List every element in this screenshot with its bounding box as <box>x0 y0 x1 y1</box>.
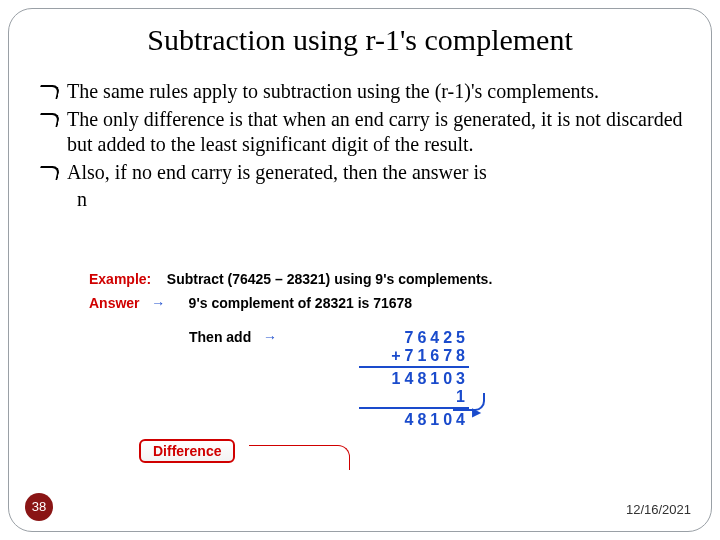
difference-connector <box>249 445 350 470</box>
complement-text: 9's complement of 28321 is 71678 <box>189 295 413 311</box>
bullet-3: Also, if no end carry is generated, then… <box>39 160 691 186</box>
intermediate-sum: 148103 <box>359 370 469 388</box>
addend-1: 76425 <box>359 329 469 347</box>
arrow-icon: → <box>263 329 277 345</box>
example-text: Subtract (76425 – 28321) using 9's compl… <box>167 271 492 287</box>
example-box: Example: Subtract (76425 – 28321) using … <box>89 271 609 311</box>
then-add-label: Then add <box>189 329 251 345</box>
bullet-2-text: The only difference is that when an end … <box>67 108 683 156</box>
final-result: 48104 <box>359 411 469 429</box>
bullet-3-leftover: n <box>39 187 691 213</box>
example-label: Example: <box>89 271 151 287</box>
bullet-2: The only difference is that when an end … <box>39 107 691 158</box>
bullet-1: The same rules apply to subtraction usin… <box>39 79 691 105</box>
page-number: 38 <box>25 493 53 521</box>
calculation-column: 76425 +71678 148103 1 48104 <box>359 329 469 429</box>
addend-2: +71678 <box>359 347 469 365</box>
bullet-3-text: Also, if no end carry is generated, then… <box>67 161 487 183</box>
bullet-list: The same rules apply to subtraction usin… <box>29 79 691 213</box>
bullet-1-text: The same rules apply to subtraction usin… <box>67 80 599 102</box>
arrow-icon: → <box>151 295 165 311</box>
answer-label: Answer <box>89 295 140 311</box>
then-add-block: Then add → <box>189 329 277 345</box>
difference-badge: Difference <box>139 439 235 463</box>
carry-arrow-icon: ▶ <box>472 405 481 420</box>
example-line: Example: Subtract (76425 – 28321) using … <box>89 271 609 287</box>
slide-title: Subtraction using r-1's complement <box>29 23 691 57</box>
answer-line: Answer → 9's complement of 28321 is 7167… <box>89 295 609 311</box>
slide-date: 12/16/2021 <box>626 502 691 517</box>
rule-line <box>359 366 469 368</box>
slide-frame: Subtraction using r-1's complement The s… <box>8 8 712 532</box>
